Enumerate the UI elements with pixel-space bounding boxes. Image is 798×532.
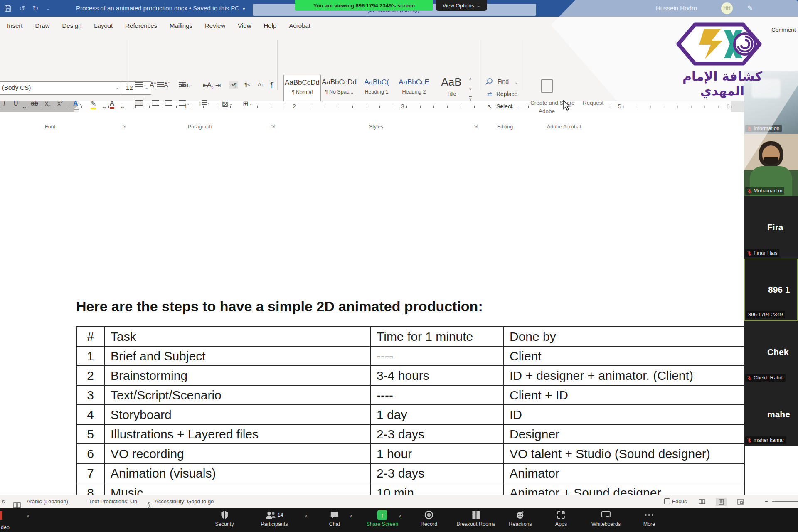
rtl-direction-button[interactable]: ¶< bbox=[244, 81, 251, 88]
italic-button[interactable]: I bbox=[3, 100, 5, 107]
web-layout-button[interactable] bbox=[735, 498, 746, 506]
undo-icon[interactable]: ↺ bbox=[19, 4, 25, 13]
left-indent-marker[interactable] bbox=[74, 110, 79, 112]
view-options-button[interactable]: View Options⌄ bbox=[436, 0, 487, 11]
select-button[interactable]: ↖ Select ⌄ bbox=[487, 103, 520, 110]
participant-tile-chekh[interactable]: Chek Chekh Rabih bbox=[744, 321, 798, 383]
tab-review[interactable]: Review bbox=[199, 17, 232, 35]
record-icon bbox=[424, 510, 433, 520]
save-icon[interactable] bbox=[4, 5, 12, 12]
participant-name-label: Firas Tlais bbox=[745, 249, 779, 257]
video-caret-icon[interactable]: ∧ bbox=[27, 514, 30, 518]
zoom-slider[interactable] bbox=[772, 501, 798, 502]
borders-button[interactable]: ⊞⌄ bbox=[243, 100, 252, 108]
security-button[interactable]: Security bbox=[215, 510, 234, 527]
style-card[interactable]: AaBbC(Heading 1 bbox=[358, 75, 395, 101]
line-spacing-button[interactable]: ↕⌄ bbox=[199, 100, 210, 106]
style-card[interactable]: AaBTitle bbox=[433, 75, 470, 101]
multilevel-list-button[interactable]: ⌄ bbox=[179, 81, 190, 89]
customize-qat-icon[interactable]: ⌄ bbox=[46, 6, 50, 11]
participants-caret-icon[interactable]: ∧ bbox=[305, 514, 308, 518]
tab-view[interactable]: View bbox=[232, 17, 257, 35]
chat-caret-icon[interactable]: ∧ bbox=[350, 514, 352, 518]
styles-expand-icon[interactable]: ∨ bbox=[469, 96, 472, 101]
tab-draw[interactable]: Draw bbox=[29, 17, 56, 35]
bullets-button[interactable]: ⌄ bbox=[135, 81, 147, 89]
video-button-label[interactable]: deo bbox=[1, 525, 10, 530]
paragraph-dialog-launcher[interactable]: ⇲ bbox=[271, 124, 275, 129]
tab-design[interactable]: Design bbox=[56, 17, 88, 35]
underline-button[interactable]: U bbox=[13, 100, 18, 107]
font-name-select[interactable]: (Body CS)⌄ bbox=[0, 81, 122, 95]
chevron-down-icon[interactable]: ⌄ bbox=[101, 102, 107, 110]
align-left-button[interactable] bbox=[135, 100, 143, 107]
ltr-direction-button[interactable]: >¶ bbox=[229, 81, 238, 89]
align-center-button[interactable] bbox=[152, 100, 159, 107]
breakout-rooms-button[interactable]: Breakout Rooms bbox=[456, 510, 495, 527]
sort-button[interactable]: A↓ bbox=[258, 81, 264, 88]
grow-font-button[interactable]: A^ bbox=[150, 81, 156, 89]
tab-acrobat[interactable]: Acrobat bbox=[283, 17, 317, 35]
comments-button[interactable]: Comment bbox=[771, 27, 796, 33]
style-card[interactable]: AaBbCcDd¶ Normal bbox=[283, 75, 321, 101]
apps-button[interactable]: Apps bbox=[555, 510, 567, 527]
styles-scroll-up-icon[interactable]: ∧ bbox=[469, 76, 472, 81]
focus-button[interactable]: Focus bbox=[664, 495, 687, 508]
replace-button[interactable]: ⇄ Replace bbox=[487, 91, 517, 97]
superscript-button[interactable]: x2 bbox=[57, 100, 63, 107]
style-card[interactable]: AaBbCcEHeading 2 bbox=[396, 75, 432, 101]
align-right-button[interactable] bbox=[165, 100, 172, 107]
find-button[interactable]: Find ⌄ bbox=[487, 78, 518, 85]
muted-mic-icon bbox=[747, 189, 752, 193]
share-screen-button[interactable]: ↑ Share Screen bbox=[367, 510, 398, 527]
share-caret-icon[interactable]: ∧ bbox=[399, 514, 401, 518]
whiteboards-button[interactable]: Whiteboards bbox=[591, 510, 621, 527]
title-menu-icon[interactable]: ▾ bbox=[243, 6, 245, 11]
show-paragraph-marks-button[interactable]: ¶ bbox=[270, 81, 274, 89]
read-mode-button[interactable] bbox=[697, 498, 707, 506]
numbering-button[interactable]: ⌄ bbox=[157, 81, 168, 89]
decrease-indent-button[interactable]: ⇤ bbox=[203, 81, 208, 89]
styles-dialog-launcher[interactable]: ⇲ bbox=[474, 124, 478, 129]
highlight-button[interactable]: ✎ bbox=[91, 100, 96, 109]
language-status[interactable]: Arabic (Lebanon) bbox=[27, 495, 68, 508]
font-dialog-launcher[interactable]: ⇲ bbox=[122, 124, 126, 129]
editing-group-label: Editing bbox=[497, 124, 513, 130]
tab-mailings[interactable]: Mailings bbox=[163, 17, 199, 35]
more-button[interactable]: More bbox=[643, 510, 655, 527]
subscript-button[interactable]: x2 bbox=[45, 100, 50, 108]
tab-layout[interactable]: Layout bbox=[88, 17, 119, 35]
zoom-meeting-toolbar: Security 14 Participants ∧ Chat ∧ ↑ Shar… bbox=[0, 508, 798, 532]
tab-help[interactable]: Help bbox=[257, 17, 283, 35]
participant-tile-maher[interactable]: mahe maher kamar bbox=[744, 383, 798, 446]
style-card[interactable]: AaBbCcDd¶ No Spac... bbox=[321, 75, 357, 101]
strikethrough-button[interactable]: ab bbox=[31, 100, 38, 107]
redo-icon[interactable]: ↻ bbox=[32, 4, 38, 13]
justify-button[interactable]: ⌄ bbox=[179, 100, 190, 107]
chevron-down-icon[interactable]: ⌄ bbox=[22, 102, 27, 110]
styles-scroll-down-icon[interactable]: ∨ bbox=[469, 86, 472, 91]
text-effects-button[interactable]: A⌄ bbox=[73, 100, 82, 107]
participants-button[interactable]: 14 Participants bbox=[261, 510, 288, 527]
stop-video-icon[interactable] bbox=[0, 511, 2, 520]
table-cell: 2-3 days bbox=[370, 424, 503, 444]
accessibility-status[interactable]: Accessibility: Good to go bbox=[155, 495, 214, 508]
print-layout-button[interactable] bbox=[716, 498, 727, 506]
chevron-down-icon[interactable]: ⌄ bbox=[120, 102, 125, 110]
reactions-button[interactable]: Reactions bbox=[509, 510, 532, 527]
create-pdf-icon[interactable] bbox=[541, 79, 553, 93]
chevron-down-icon: ⌄ bbox=[116, 82, 119, 94]
participant-tile-896[interactable]: 896 1 896 1794 2349 bbox=[744, 259, 798, 321]
participant-tile-firas[interactable]: Fira Firas Tlais bbox=[744, 196, 798, 259]
zoom-out-button[interactable]: − bbox=[765, 495, 768, 508]
font-color-button[interactable]: A bbox=[110, 100, 114, 109]
chat-button[interactable]: Chat bbox=[329, 510, 340, 527]
text-predictions-status[interactable]: Text Predictions: On bbox=[89, 495, 137, 508]
shading-button[interactable]: ▨⌄ bbox=[222, 100, 232, 108]
record-button[interactable]: Record bbox=[421, 510, 437, 527]
tab-references[interactable]: References bbox=[119, 17, 163, 35]
tab-insert[interactable]: Insert bbox=[1, 17, 29, 35]
increase-indent-button[interactable]: ⇥ bbox=[215, 81, 221, 89]
table-row: 3Text/Script/Scenario----Client + ID bbox=[76, 385, 744, 405]
request-signatures-label[interactable]: Request bbox=[583, 100, 603, 106]
